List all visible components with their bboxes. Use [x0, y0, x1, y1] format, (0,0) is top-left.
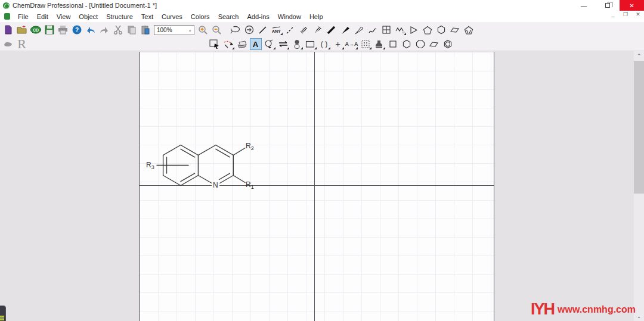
chair-ring-tool-2[interactable]	[427, 38, 441, 51]
window-title: ChemDraw Professional - [Untitled Docume…	[13, 2, 157, 9]
cyclohexane-ring-tool[interactable]	[434, 23, 448, 36]
paste-button[interactable]	[138, 23, 152, 36]
scroll-up-button[interactable]: ⌃	[634, 51, 644, 61]
zoom-in-button[interactable]	[196, 23, 210, 36]
rotate-tool[interactable]	[242, 23, 256, 36]
cyclopentadiene-ring-tool[interactable]	[462, 23, 475, 36]
chemdraw-logo-icon	[3, 2, 10, 9]
hollow-wedge-bond-tool[interactable]	[352, 23, 366, 36]
save-button[interactable]	[42, 23, 56, 36]
table-bracket-tool[interactable]	[358, 38, 372, 51]
help-label: ?	[75, 27, 78, 33]
undo-button[interactable]	[83, 23, 97, 36]
nitrogen-atom-label: N	[212, 182, 219, 189]
solid-bond-tool[interactable]	[256, 23, 270, 36]
chain-tool[interactable]: n	[393, 23, 407, 36]
cut-button[interactable]	[111, 23, 125, 36]
menu-file[interactable]: File	[14, 13, 33, 20]
menu-add-ins[interactable]: Add-ins	[243, 13, 273, 20]
chain-label: n	[402, 30, 404, 34]
print-button[interactable]	[56, 23, 70, 36]
menu-search[interactable]: Search	[214, 13, 243, 20]
menu-object[interactable]: Object	[75, 13, 102, 20]
bold-bond-tool[interactable]	[324, 23, 338, 36]
cyclopentane-ring-tool[interactable]	[420, 23, 434, 36]
cd-label: CD	[32, 28, 38, 32]
corner-widget-icon	[0, 306, 6, 321]
quinoline-structure[interactable]	[143, 141, 262, 197]
zoom-out-button[interactable]	[210, 23, 224, 36]
eraser-tool[interactable]	[235, 38, 249, 51]
scrollbar-thumb[interactable]	[634, 61, 644, 194]
cyclooctane-ring-tool[interactable]	[413, 38, 427, 51]
atom-atom-map-tool[interactable]: A→A	[345, 38, 358, 51]
zoom-combobox[interactable]: 100% ⌄	[154, 25, 194, 35]
menu-window[interactable]: Window	[274, 13, 305, 20]
title-bar: ChemDraw Professional - [Untitled Docume…	[0, 0, 644, 11]
menu-structure[interactable]: Structure	[102, 13, 137, 20]
freehand-blob-icon[interactable]	[1, 38, 15, 51]
zoom-value: 100%	[157, 27, 172, 33]
help-button[interactable]: ?	[70, 23, 83, 36]
chevron-down-icon: ⌄	[188, 27, 192, 33]
vertical-scrollbar[interactable]: ⌃ ⌄	[634, 51, 644, 321]
chemical-symbols-tool[interactable]	[262, 38, 276, 51]
document-window-controls: _ ❐ ✕	[609, 11, 642, 17]
marquee-tool[interactable]	[208, 38, 221, 51]
chair-cyclohexane-ring-tool[interactable]	[448, 23, 462, 36]
cloud-cd-save-button[interactable]: CD	[29, 23, 42, 36]
menu-colors[interactable]: Colors	[187, 13, 214, 20]
r3-label: R3	[146, 161, 154, 170]
template-stamp-tool[interactable]	[372, 38, 386, 51]
benzene-ring-tool[interactable]	[441, 38, 454, 51]
table-tool[interactable]	[379, 23, 393, 36]
document-icon	[4, 13, 10, 20]
watermark-url: www.cnmhg.com	[558, 304, 636, 315]
text-tool[interactable]: A	[249, 38, 262, 51]
drawing-canvas[interactable]: N R2 R1 R3	[0, 51, 634, 321]
doc-restore-button[interactable]: ❐	[622, 11, 629, 17]
menu-bar: File Edit View Object Structure Text Cur…	[0, 11, 644, 22]
lasso-tool[interactable]	[228, 23, 242, 36]
any-label: ANY	[272, 29, 281, 33]
page-divider-vertical	[314, 52, 315, 321]
menu-edit[interactable]: Edit	[33, 13, 52, 20]
menu-help[interactable]: Help	[305, 13, 327, 20]
text-tool-label: A	[250, 38, 262, 50]
hashed-wedge-bond-tool[interactable]	[311, 23, 324, 36]
wavy-bond-tool[interactable]	[366, 23, 379, 36]
reaction-arrow-tool[interactable]	[276, 38, 290, 51]
watermark-logo: IYH	[531, 300, 554, 319]
open-button[interactable]	[15, 23, 29, 36]
menu-text[interactable]: Text	[137, 13, 157, 20]
redo-button[interactable]	[97, 23, 111, 36]
rectangle-tool[interactable]	[304, 38, 317, 51]
restore-icon	[605, 3, 610, 8]
close-button[interactable]: ✕	[620, 0, 644, 11]
any-bond-tool[interactable]: ANY	[270, 23, 283, 36]
cyclohexane-ring-tool-2[interactable]	[400, 38, 413, 51]
cyclopropane-ring-tool[interactable]	[407, 23, 420, 36]
bracket-tool[interactable]: ( )	[317, 38, 331, 51]
doc-minimize-button[interactable]: _	[609, 11, 617, 17]
r1-label: R1	[246, 181, 254, 190]
plus-tool[interactable]: +	[331, 38, 345, 51]
doc-close-button[interactable]: ✕	[634, 11, 642, 17]
menu-curves[interactable]: Curves	[157, 13, 187, 20]
copy-button[interactable]	[125, 23, 138, 36]
minimize-button[interactable]: —	[572, 0, 596, 11]
r2-label: R2	[246, 142, 254, 151]
wedge-bond-tool[interactable]	[338, 23, 352, 36]
restore-button[interactable]	[596, 0, 620, 11]
hashed-bond-tool[interactable]	[297, 23, 311, 36]
cyclobutane-ring-tool[interactable]	[386, 38, 400, 51]
dashed-bond-tool[interactable]	[283, 23, 297, 36]
orbital-tool[interactable]	[290, 38, 304, 51]
menu-view[interactable]: View	[52, 13, 75, 20]
curved-arrow-pen-tool[interactable]	[221, 38, 235, 51]
r-logo-icon[interactable]: R	[15, 38, 29, 51]
toolbar-area: CD ? 100% ⌄	[0, 22, 644, 51]
new-document-button[interactable]	[1, 23, 15, 36]
watermark: IYH www.cnmhg.com	[531, 300, 636, 319]
